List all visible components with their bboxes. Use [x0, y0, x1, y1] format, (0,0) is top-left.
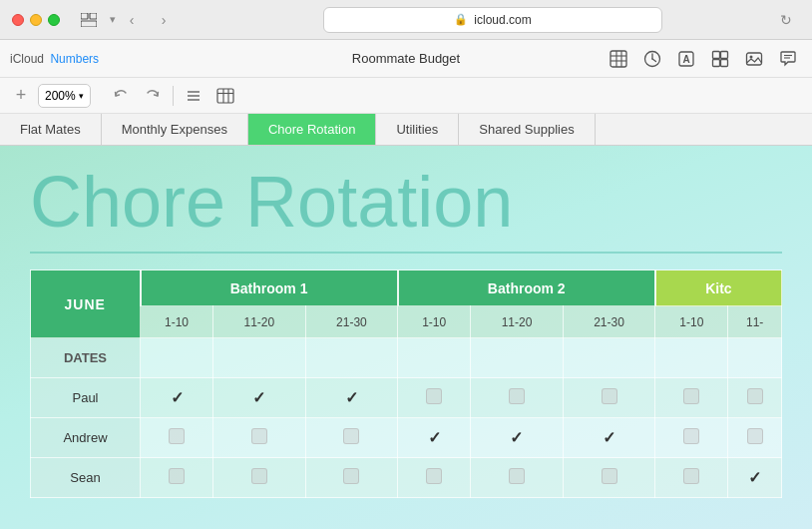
check-sean-1[interactable] — [141, 458, 213, 498]
check-sean-7[interactable] — [655, 458, 728, 498]
svg-rect-13 — [713, 51, 720, 58]
check-sean-8[interactable] — [728, 458, 782, 498]
main-content: Chore Rotation JUNE Bathroom 1 Bathroom … — [0, 146, 812, 529]
dates-cell-1 — [141, 338, 213, 378]
image-icon-btn[interactable] — [740, 45, 768, 73]
tab-flat-mates[interactable]: Flat Mates — [0, 114, 102, 145]
insert-table-btn[interactable] — [211, 82, 239, 110]
check-paul-2[interactable] — [213, 378, 306, 418]
tab-monthly-expenses[interactable]: Monthly Expenses — [102, 114, 248, 145]
check-andrew-5[interactable] — [471, 418, 564, 458]
check-sean-4[interactable] — [398, 458, 471, 498]
address-bar[interactable]: 🔒 icloud.com — [323, 7, 662, 33]
dates-cell-5 — [471, 338, 564, 378]
zoom-arrow: ▾ — [79, 91, 84, 101]
shapes-icon-btn[interactable] — [706, 45, 734, 73]
table-header-row: JUNE Bathroom 1 Bathroom 2 Kitc — [31, 270, 782, 306]
close-button[interactable] — [12, 14, 24, 26]
dates-label: DATES — [31, 338, 141, 378]
check-andrew-8[interactable] — [728, 418, 782, 458]
check-sean-2[interactable] — [213, 458, 306, 498]
check-andrew-3[interactable] — [305, 418, 398, 458]
tab-utilities[interactable]: Utilities — [376, 114, 459, 145]
forward-button[interactable]: › — [150, 9, 178, 31]
secondary-toolbar: + 200% ▾ — [0, 78, 812, 114]
title-bar: ▾ ‹ › 🔒 icloud.com ↻ — [0, 0, 812, 40]
check-paul-8[interactable] — [728, 378, 782, 418]
minimize-button[interactable] — [30, 14, 42, 26]
check-sean-5[interactable] — [471, 458, 564, 498]
app-name: iCloud Numbers — [10, 52, 99, 66]
check-paul-6[interactable] — [563, 378, 655, 418]
toolbar-icons: A — [605, 45, 802, 73]
comment-icon-btn[interactable] — [774, 45, 802, 73]
check-paul-7[interactable] — [655, 378, 728, 418]
app-name-suffix: Numbers — [50, 52, 99, 66]
dates-cell-3 — [305, 338, 398, 378]
check-paul-1[interactable] — [141, 378, 213, 418]
url-text: icloud.com — [474, 13, 531, 27]
maximize-button[interactable] — [48, 14, 60, 26]
svg-rect-16 — [721, 59, 728, 66]
svg-rect-2 — [81, 21, 97, 27]
check-andrew-6[interactable] — [563, 418, 655, 458]
month-header: JUNE — [31, 270, 141, 338]
title-underline — [30, 252, 782, 254]
check-sean-6[interactable] — [563, 458, 655, 498]
date-range-2: 11-20 — [213, 306, 306, 338]
dates-cell-2 — [213, 338, 306, 378]
svg-rect-3 — [610, 51, 626, 67]
check-andrew-2[interactable] — [213, 418, 306, 458]
undo-button[interactable] — [107, 82, 135, 110]
doc-title: Roommate Budget — [352, 51, 460, 66]
back-button[interactable]: ‹ — [118, 9, 146, 31]
svg-rect-15 — [713, 59, 720, 66]
list-icon-btn[interactable] — [180, 82, 207, 110]
tab-chore-rotation[interactable]: Chore Rotation — [248, 114, 376, 145]
lock-icon: 🔒 — [454, 13, 468, 26]
tab-shared-supplies[interactable]: Shared Supplies — [459, 114, 595, 145]
check-andrew-4[interactable] — [398, 418, 471, 458]
nav-buttons: ‹ › — [118, 9, 178, 31]
date-range-6: 21-30 — [563, 306, 655, 338]
svg-rect-0 — [81, 13, 88, 19]
clock-icon-btn[interactable] — [638, 45, 666, 73]
date-range-4: 1-10 — [398, 306, 471, 338]
check-paul-5[interactable] — [471, 378, 564, 418]
check-paul-4[interactable] — [398, 378, 471, 418]
check-sean-3[interactable] — [305, 458, 398, 498]
dates-cell-4 — [398, 338, 471, 378]
page-title: Chore Rotation — [0, 146, 812, 248]
svg-rect-14 — [721, 51, 728, 58]
zoom-selector[interactable]: 200% ▾ — [38, 84, 91, 108]
dates-cell-7 — [655, 338, 728, 378]
bathroom1-header: Bathroom 1 — [141, 270, 398, 306]
redo-button[interactable] — [139, 82, 167, 110]
svg-rect-24 — [217, 89, 233, 103]
tab-view-icon[interactable] — [72, 9, 106, 31]
date-range-8: 11- — [728, 306, 782, 338]
chore-table: JUNE Bathroom 1 Bathroom 2 Kitc 1-10 11-… — [30, 269, 782, 498]
person-name: Andrew — [31, 418, 141, 458]
traffic-lights — [12, 14, 60, 26]
dates-cell-6 — [563, 338, 655, 378]
svg-rect-1 — [90, 13, 97, 19]
add-sheet-button[interactable]: + — [8, 83, 34, 109]
check-paul-3[interactable] — [305, 378, 398, 418]
table-icon-btn[interactable] — [605, 45, 632, 73]
sheet-tabs: Flat Mates Monthly Expenses Chore Rotati… — [0, 114, 812, 146]
svg-text:A: A — [682, 54, 689, 65]
person-name: Paul — [31, 378, 141, 418]
refresh-button[interactable]: ↻ — [772, 9, 800, 31]
table-row: Paul — [31, 378, 782, 418]
toolbar-divider — [173, 86, 174, 106]
date-range-5: 11-20 — [471, 306, 564, 338]
check-andrew-7[interactable] — [655, 418, 728, 458]
svg-line-10 — [652, 59, 656, 62]
check-andrew-1[interactable] — [141, 418, 213, 458]
dates-row: DATES — [31, 338, 782, 378]
kitchen-header: Kitc — [655, 270, 782, 306]
text-icon-btn[interactable]: A — [672, 45, 700, 73]
address-bar-container: 🔒 icloud.com ↻ — [186, 7, 800, 33]
date-range-7: 1-10 — [655, 306, 728, 338]
